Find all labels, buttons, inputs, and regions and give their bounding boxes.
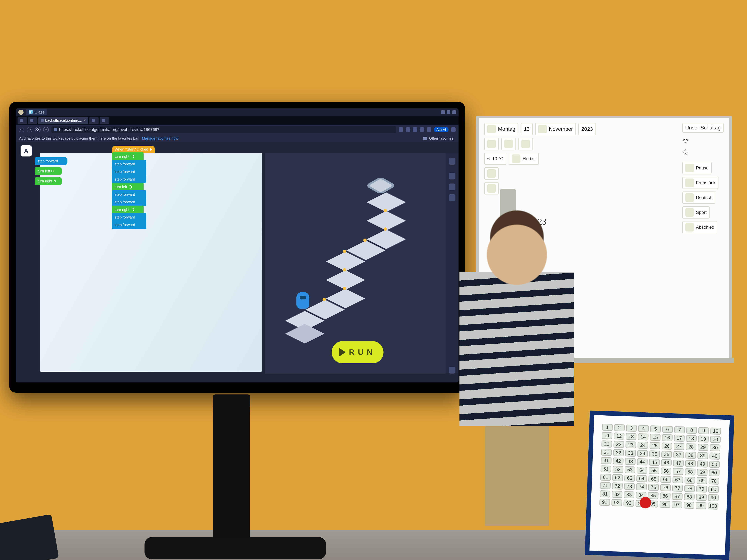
- home-button[interactable]: ⌂: [43, 127, 49, 132]
- number-cell: 74: [636, 483, 647, 490]
- program-block[interactable]: step forward: [112, 221, 146, 229]
- number-cell: 56: [661, 468, 671, 475]
- number-cell: 78: [684, 485, 695, 492]
- number-cell: 58: [685, 468, 695, 476]
- number-cell: 62: [612, 474, 623, 481]
- address-bar[interactable]: https://backoffice.algoritmika.org/level…: [51, 126, 396, 133]
- program-block[interactable]: step forward: [112, 190, 146, 198]
- program-block[interactable]: step forward: [112, 213, 146, 221]
- program-block[interactable]: step forward: [112, 160, 146, 168]
- hundred-chart-poster: 1234567891011121314151617181920212223242…: [585, 410, 735, 560]
- number-cell: 96: [660, 501, 670, 508]
- start-button-icon[interactable]: [18, 110, 24, 115]
- app-page: A step forward turn left ↺ turn right ↻ …: [16, 142, 459, 382]
- card-weather-1: [484, 167, 499, 180]
- program-block[interactable]: step forward: [112, 167, 146, 176]
- reload-button[interactable]: ⟳: [35, 127, 41, 132]
- ask-ai-button[interactable]: Ask AI: [434, 127, 448, 132]
- hat-block-start[interactable]: When "Start" clicked: [112, 146, 155, 153]
- card-weather-2: [484, 182, 499, 194]
- os-taskbar[interactable]: 🧊Class: [16, 108, 459, 116]
- toolbox-block-step[interactable]: step forward: [35, 157, 68, 165]
- tray-icon[interactable]: [447, 110, 450, 114]
- camera-icon[interactable]: [449, 184, 455, 190]
- browser-tab[interactable]: [28, 117, 37, 124]
- number-cell: 64: [636, 475, 647, 482]
- taskbar-app-label: Class: [34, 110, 45, 115]
- other-favorites-link[interactable]: Other favorites: [429, 136, 453, 140]
- folder-icon: [423, 137, 427, 140]
- card-schedule: Frühstück: [682, 177, 719, 189]
- profile-icon[interactable]: [451, 127, 456, 132]
- favorites-prompt: Add favorites to this workspace by placi…: [19, 136, 139, 140]
- number-cell: 86: [660, 492, 670, 500]
- number-cell: 1: [602, 424, 613, 431]
- number-cell: 34: [637, 450, 648, 457]
- extensions-icon[interactable]: [406, 127, 410, 132]
- number-cell: 33: [625, 449, 636, 457]
- close-icon[interactable]: ×: [84, 118, 86, 123]
- number-cell: 73: [624, 483, 635, 490]
- app-logo-badge[interactable]: A: [21, 145, 32, 157]
- tray-icon[interactable]: [441, 110, 445, 114]
- reset-icon[interactable]: [449, 173, 455, 180]
- hat-label: When "Start" clicked: [115, 147, 148, 152]
- fullscreen-icon[interactable]: [449, 158, 455, 165]
- print-icon[interactable]: [420, 127, 424, 132]
- favicon-icon: [102, 119, 105, 122]
- favicon-icon: [92, 119, 95, 122]
- number-cell: 30: [710, 444, 721, 451]
- subject-icon: [685, 223, 694, 232]
- collections-icon[interactable]: [413, 127, 417, 132]
- number-cell: 13: [626, 433, 636, 440]
- number-cell: 75: [648, 484, 659, 491]
- presenter: [450, 209, 584, 559]
- number-cell: 51: [600, 465, 611, 473]
- number-cell: 8: [686, 427, 697, 434]
- whiteboard-right-column: Unser Schultag ✩ ✩ Pause Frühstück Deuts…: [682, 123, 724, 233]
- browser-tab[interactable]: [89, 117, 99, 124]
- number-cell: 2: [614, 424, 625, 431]
- number-cell: 80: [708, 486, 719, 493]
- browser-tab[interactable]: [18, 117, 27, 124]
- toolbox-block-right[interactable]: turn right ↻: [35, 177, 62, 185]
- number-cell: 7: [674, 426, 685, 433]
- number-cell: 22: [613, 441, 624, 448]
- toolbox-block-left[interactable]: turn left ↺: [35, 167, 62, 175]
- number-cell: 43: [625, 458, 636, 465]
- number-cell: 67: [672, 476, 683, 483]
- number-cell: 50: [709, 461, 720, 468]
- tray-icon[interactable]: [452, 110, 456, 114]
- program-block[interactable]: turn left: [112, 183, 144, 191]
- manage-favorites-link[interactable]: Manage favorites now: [142, 136, 178, 140]
- card-tree: [501, 138, 516, 150]
- number-cell: 83: [624, 491, 634, 498]
- program-block[interactable]: turn right: [112, 206, 144, 214]
- back-button[interactable]: ←: [19, 127, 24, 132]
- number-cell: 42: [613, 457, 624, 464]
- browser-tab[interactable]: [100, 117, 109, 124]
- block-toolbox[interactable]: step forward turn left ↺ turn right ↻: [35, 157, 68, 185]
- help-icon[interactable]: [449, 194, 455, 201]
- program-stack[interactable]: When "Start" clicked turn right step for…: [112, 146, 155, 229]
- weather-icon: [487, 169, 496, 178]
- program-block[interactable]: step forward: [112, 198, 146, 206]
- program-block[interactable]: turn right: [112, 153, 144, 161]
- game-level-view[interactable]: RUN: [265, 153, 459, 374]
- browser-tabstrip[interactable]: backoffice.algoritmik…×: [16, 116, 459, 125]
- lock-icon: [54, 128, 57, 131]
- favorite-icon[interactable]: [399, 127, 403, 132]
- subject-icon: [685, 179, 694, 187]
- forward-button[interactable]: →: [27, 127, 32, 132]
- program-block[interactable]: step forward: [112, 175, 146, 183]
- taskbar-app-class[interactable]: 🧊Class: [26, 109, 47, 115]
- number-cell: 55: [649, 467, 660, 474]
- browser-tab-active[interactable]: backoffice.algoritmik…×: [38, 117, 88, 124]
- run-button[interactable]: RUN: [332, 341, 384, 363]
- thermometer-icon: [487, 140, 496, 148]
- settings-icon[interactable]: [427, 127, 431, 132]
- card-schedule: Sport: [682, 206, 710, 218]
- calendar-icon: [487, 125, 496, 133]
- subject-icon: [685, 193, 694, 202]
- system-tray[interactable]: [441, 110, 456, 114]
